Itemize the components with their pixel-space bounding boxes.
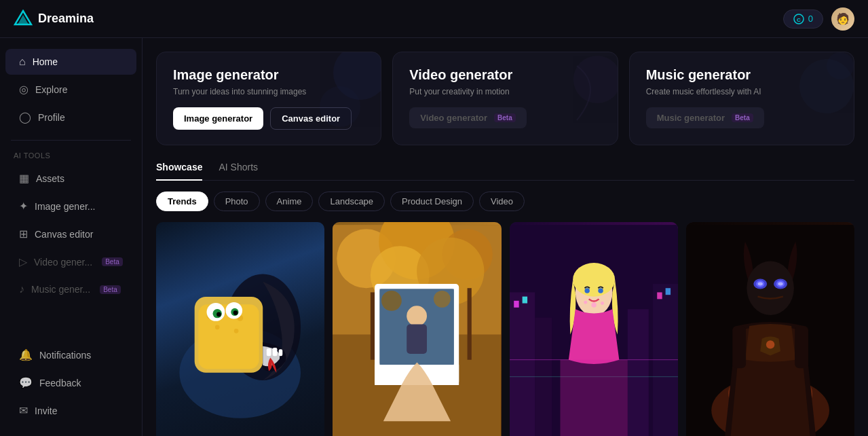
main-content: Image generator Turn your ideas into stu… [143, 38, 868, 436]
svg-point-23 [233, 310, 238, 315]
image-grid [156, 222, 854, 436]
svg-point-72 [757, 283, 762, 286]
layout: ⌂ Home ◎ Explore ◯ Profile AI tools ▦ As… [0, 38, 868, 436]
svg-rect-50 [657, 292, 662, 299]
svg-point-61 [584, 288, 589, 293]
canvas-editor-button[interactable]: Canvas editor [270, 107, 352, 130]
video-gen-buttons: Video generator Beta [409, 107, 601, 128]
sidebar-section-label: AI tools [0, 149, 142, 165]
filter-trends[interactable]: Trends [156, 192, 208, 211]
svg-point-16 [215, 325, 220, 329]
sidebar-item-invite[interactable]: ✉ Invite [5, 397, 136, 424]
sidebar-item-image-gen-label: Image gener... [35, 201, 96, 212]
video-beta-badge: Beta [102, 257, 123, 266]
sidebar: ⌂ Home ◎ Explore ◯ Profile AI tools ▦ As… [0, 38, 143, 436]
music-gen-beta: Beta [732, 113, 753, 122]
svg-rect-26 [279, 349, 283, 356]
svg-point-60 [601, 302, 604, 305]
invite-icon: ✉ [19, 404, 28, 417]
barbie-image [510, 222, 678, 436]
explore-icon: ◎ [19, 83, 29, 96]
svg-point-57 [573, 263, 615, 297]
svg-rect-46 [510, 292, 535, 436]
notifications-icon: 🔔 [19, 348, 33, 361]
filter-row: Trends Photo Anime Landscape Product Des… [156, 192, 854, 211]
image-item-4[interactable] [686, 222, 854, 436]
sidebar-item-notifications-label: Notifications [39, 350, 91, 361]
sidebar-divider [11, 140, 131, 141]
sidebar-item-image-gen[interactable]: ✦ Image gener... [5, 193, 136, 219]
logo[interactable]: Dreamina [14, 10, 94, 29]
profile-icon: ◯ [19, 111, 31, 124]
filter-product-design[interactable]: Product Design [390, 192, 474, 211]
video-gen-desc: Put your creativity in motion [409, 87, 601, 96]
video-card-bg [536, 52, 618, 145]
image-item-2[interactable] [333, 222, 501, 436]
svg-rect-47 [514, 301, 518, 308]
sidebar-item-notifications[interactable]: 🔔 Notifications [5, 342, 136, 368]
hand-polaroid [366, 312, 468, 436]
svg-text:C: C [797, 17, 801, 23]
video-gen-btn-label: Video generator [420, 113, 487, 123]
sidebar-bottom: 🔔 Notifications 💬 Feedback ✉ Invite [0, 342, 142, 425]
svg-rect-36 [468, 288, 472, 360]
spongebob-venom-image [164, 234, 316, 436]
showcase-tabs: Showcase AI Shorts [156, 162, 854, 181]
image-item-3[interactable] [510, 222, 678, 436]
music-gen-title: Music generator [646, 67, 837, 83]
svg-point-59 [584, 301, 587, 304]
svg-rect-48 [522, 297, 527, 304]
filter-photo[interactable]: Photo [214, 192, 260, 211]
avatar[interactable]: 🧑 [831, 7, 854, 31]
music-generator-button[interactable]: Music generator Beta [646, 107, 764, 128]
sidebar-item-home[interactable]: ⌂ Home [5, 49, 136, 75]
video-generator-button[interactable]: Video generator Beta [409, 107, 526, 128]
image-item-1[interactable] [156, 222, 324, 436]
svg-point-62 [598, 288, 603, 293]
sidebar-item-explore[interactable]: ◎ Explore [5, 76, 136, 103]
app-name: Dreamina [38, 12, 94, 26]
sidebar-item-profile-label: Profile [38, 112, 65, 123]
music-gen-desc: Create music effortlessly with AI [646, 87, 837, 96]
video-gen-icon: ▷ [19, 255, 27, 268]
filter-anime[interactable]: Anime [265, 192, 314, 211]
filter-video[interactable]: Video [479, 192, 525, 211]
canvas-icon: ⊞ [19, 228, 28, 240]
video-gen-title: Video generator [409, 67, 601, 83]
svg-rect-63 [560, 360, 627, 436]
svg-rect-24 [267, 348, 271, 356]
sidebar-item-feedback-label: Feedback [39, 378, 81, 388]
sidebar-item-profile[interactable]: ◯ Profile [5, 104, 136, 130]
music-gen-icon: ♪ [19, 283, 24, 295]
dark-warrior-image [686, 222, 854, 436]
tab-ai-shorts[interactable]: AI Shorts [219, 162, 258, 181]
video-generator-card: Video generator Put your creativity in m… [392, 52, 618, 145]
sidebar-item-canvas[interactable]: ⊞ Canvas editor [5, 221, 136, 247]
svg-point-43 [434, 291, 451, 308]
generator-cards: Image generator Turn your ideas into stu… [156, 52, 854, 145]
filter-landscape[interactable]: Landscape [318, 192, 385, 211]
image-gen-buttons: Image generator Canvas editor [173, 107, 364, 130]
sidebar-item-explore-label: Explore [35, 84, 67, 95]
svg-point-17 [234, 329, 239, 333]
sidebar-item-assets[interactable]: ▦ Assets [5, 165, 136, 192]
sidebar-item-music-gen[interactable]: ♪ Music gener... Beta [5, 276, 136, 302]
image-gen-icon: ✦ [19, 200, 28, 213]
svg-point-67 [747, 261, 794, 315]
credits-icon: C [793, 14, 804, 24]
svg-rect-76 [795, 326, 808, 368]
image-generator-button[interactable]: Image generator [173, 107, 263, 130]
topbar-right: C 0 🧑 [783, 7, 854, 31]
svg-point-74 [766, 340, 774, 348]
music-beta-badge: Beta [100, 285, 121, 294]
image-generator-card: Image generator Turn your ideas into stu… [156, 52, 381, 145]
assets-icon: ▦ [19, 172, 29, 185]
tab-showcase[interactable]: Showcase [156, 162, 202, 181]
feedback-icon: 💬 [19, 376, 33, 389]
credits-button[interactable]: C 0 [783, 10, 823, 29]
sidebar-item-home-label: Home [33, 56, 58, 67]
music-gen-btn-label: Music generator [657, 113, 725, 123]
sidebar-item-feedback[interactable]: 💬 Feedback [5, 369, 136, 396]
music-card-bg [772, 52, 854, 145]
sidebar-item-video-gen[interactable]: ▷ Video gener... Beta [5, 249, 136, 275]
